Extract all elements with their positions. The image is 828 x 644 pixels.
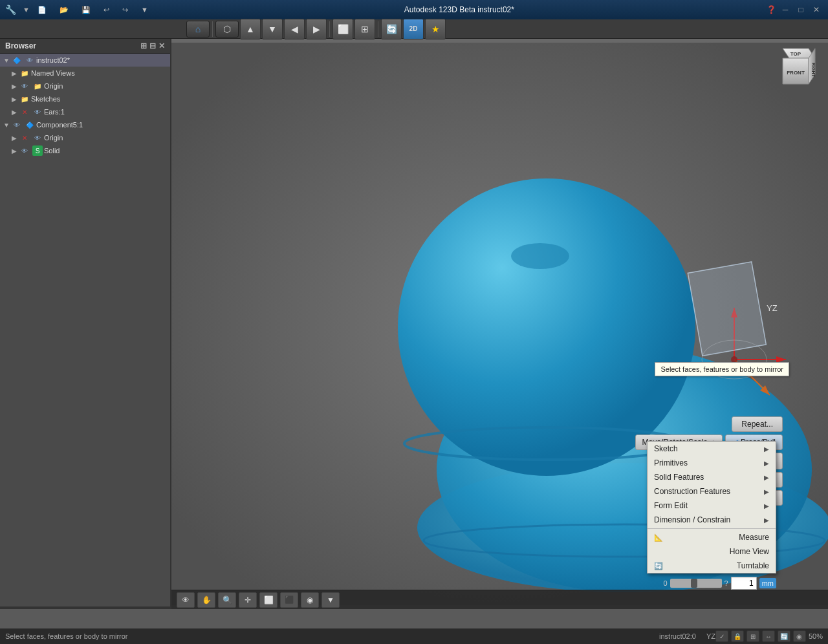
svg-text:RIGHT: RIGHT	[811, 63, 816, 78]
status-icon-2[interactable]: 🔒	[731, 630, 744, 642]
status-icon-3[interactable]: ⊞	[746, 630, 759, 642]
svg-rect-15	[688, 262, 766, 356]
status-coord: instruct02:0	[659, 632, 696, 640]
tree-item-origin2[interactable]: ▶ ✕ 👁 Origin	[0, 131, 170, 144]
ctx-homeview-label: Home View	[730, 547, 769, 556]
browser-collapse-btn[interactable]: ⊟	[149, 41, 156, 50]
tooltip: Select faces, features or body to mirror	[655, 362, 789, 376]
view-display1-btn[interactable]: ⬜	[259, 592, 278, 608]
ctx-turntable-icon: 🔄	[654, 562, 663, 570]
status-icon-6[interactable]: ◉	[793, 630, 806, 642]
arrow-solid: ▶	[10, 147, 18, 155]
ctx-item-measure[interactable]: 📐 Measure	[648, 530, 776, 544]
browser-header: Browser ⊞ ⊟ ✕	[0, 39, 170, 54]
arrow-sketches: ▶	[10, 96, 18, 103]
view-rotate-btn[interactable]: 🔄	[381, 19, 402, 39]
restore-btn[interactable]: □	[794, 5, 807, 14]
arrow-root: ▼	[3, 57, 10, 64]
status-zoom: 50%	[809, 632, 823, 640]
arrow-origin: ▶	[10, 83, 18, 90]
browser-title: Browser	[5, 41, 36, 50]
view-left-btn[interactable]: ◀	[284, 19, 305, 39]
dim-slider[interactable]	[670, 579, 722, 588]
view-home-btn[interactable]: ⬡	[215, 21, 239, 38]
ctx-measure-label: Measure	[739, 533, 769, 542]
dim-slider-thumb	[691, 579, 697, 588]
toolbar-undo[interactable]: ↩	[100, 2, 113, 17]
view-zoom-btn[interactable]: 🔍	[218, 592, 236, 608]
ctx-item-sketch[interactable]: Sketch ▶	[648, 442, 776, 456]
minimize-btn[interactable]: ─	[779, 5, 792, 14]
icon-eye-ears: 👁	[32, 107, 43, 117]
view-star-btn[interactable]: ★	[425, 19, 446, 39]
toolbar-more[interactable]: ▼	[137, 2, 152, 17]
view-display2-btn[interactable]: ⬛	[280, 592, 298, 608]
dim-value-input[interactable]	[731, 577, 757, 590]
view-orbit-btn[interactable]: 👁	[177, 592, 195, 608]
view-pan-btn[interactable]: ✋	[197, 592, 215, 608]
view-top-btn[interactable]: ▲	[240, 19, 261, 39]
home-view-btn[interactable]: ⌂	[186, 21, 210, 38]
icon-eye-origin2: 👁	[32, 133, 43, 143]
icon-component-root: 🔷	[12, 55, 22, 65]
status-bar: Select faces, features or body to mirror…	[0, 628, 828, 644]
icon-solid: S	[32, 145, 43, 156]
view-bottom-btn[interactable]: ▼	[262, 19, 283, 39]
status-right: ✓ 🔒 ⊞ ↔ 🔄 ◉ 50%	[715, 630, 823, 642]
view-split1-btn[interactable]: ⬜	[332, 19, 353, 39]
browser-close-btn[interactable]: ✕	[158, 41, 165, 50]
repeat-btn[interactable]: Repeat...	[732, 416, 783, 432]
tree-item-solid[interactable]: ▶ 👁 S Solid	[0, 144, 170, 157]
status-icon-1[interactable]: ✓	[715, 630, 728, 642]
title-bar: 🔧 ▼ 📄 📂 💾 ↩ ↪ ▼ Autodesk 123D Beta instr…	[0, 0, 828, 19]
label-namedviews: Named Views	[31, 69, 75, 77]
dimension-input-area: 0 ? mm	[663, 577, 776, 590]
label-sketches: Sketches	[31, 95, 60, 103]
view-right-btn[interactable]: ▶	[306, 19, 327, 39]
view-section-btn[interactable]: ◉	[301, 592, 319, 608]
toolbar-redo[interactable]: ↪	[118, 2, 132, 17]
tree-item-origin[interactable]: ▶ 👁 📁 Origin	[0, 80, 170, 92]
icon-folder-namedviews: 📁	[19, 68, 30, 78]
app-title: Autodesk 123D Beta instruct02*	[152, 5, 767, 14]
ctx-measure-icon: 📐	[654, 533, 663, 542]
icon-folder-sketches: 📁	[19, 94, 30, 104]
bottom-viewport-toolbar: 👁 ✋ 🔍 ✛ ⬜ ⬛ ◉ ▼	[171, 590, 828, 609]
tree-item-root[interactable]: ▼ 🔷 👁 instruct02*	[0, 54, 170, 67]
ctx-item-form-edit[interactable]: Form Edit ▶	[648, 499, 776, 513]
ctx-item-dimension[interactable]: Dimension / Constrain ▶	[648, 513, 776, 527]
view-fit-btn[interactable]: ✛	[239, 592, 257, 608]
status-text: Select faces, features or body to mirror	[5, 632, 659, 640]
tree-item-namedviews[interactable]: ▶ 📁 Named Views	[0, 67, 170, 80]
ctx-item-primitives[interactable]: Primitives ▶	[648, 456, 776, 470]
label-component5: Component5:1	[36, 121, 83, 129]
arrow-component5: ▼	[3, 122, 10, 129]
view-more-btn[interactable]: ▼	[321, 592, 340, 608]
view-2d-btn[interactable]: 2D	[403, 19, 424, 39]
viewport[interactable]: YZ	[171, 39, 828, 609]
toolbar-new[interactable]: 📄	[34, 2, 50, 17]
status-center: instruct02:0 YZ	[659, 632, 715, 640]
view-split4-btn[interactable]: ⊞	[354, 19, 375, 39]
ctx-item-turntable[interactable]: 🔄 Turntable	[648, 559, 776, 573]
browser-grid-btn[interactable]: ⊞	[140, 41, 147, 50]
ctx-formedit-label: Form Edit	[654, 501, 688, 510]
ctx-item-homeview[interactable]: Home View	[648, 544, 776, 559]
menu-file[interactable]: ▼	[19, 2, 34, 17]
view-cube[interactable]: TOP FRONT RIGHT	[770, 45, 822, 97]
label-origin: Origin	[44, 82, 63, 90]
tree-item-ears[interactable]: ▶ ✕ 👁 Ears:1	[0, 105, 170, 118]
tree-item-component5[interactable]: ▼ 👁 🔷 Component5:1	[0, 118, 170, 131]
browser-splitter[interactable]	[0, 606, 170, 609]
status-icon-4[interactable]: ↔	[762, 630, 775, 642]
close-btn[interactable]: ✕	[810, 5, 823, 14]
toolbar-save[interactable]: 💾	[78, 2, 94, 17]
repeat-label: Repeat...	[741, 420, 773, 429]
ctx-item-solid-features[interactable]: Solid Features ▶	[648, 470, 776, 484]
help-icon[interactable]: ❓	[767, 5, 776, 14]
tree-item-sketches[interactable]: ▶ 📁 Sketches	[0, 92, 170, 105]
ctx-primitives-arrow: ▶	[764, 460, 769, 467]
toolbar-open[interactable]: 📂	[56, 2, 72, 17]
status-icon-5[interactable]: 🔄	[778, 630, 790, 642]
ctx-item-construction[interactable]: Construction Features ▶	[648, 484, 776, 499]
